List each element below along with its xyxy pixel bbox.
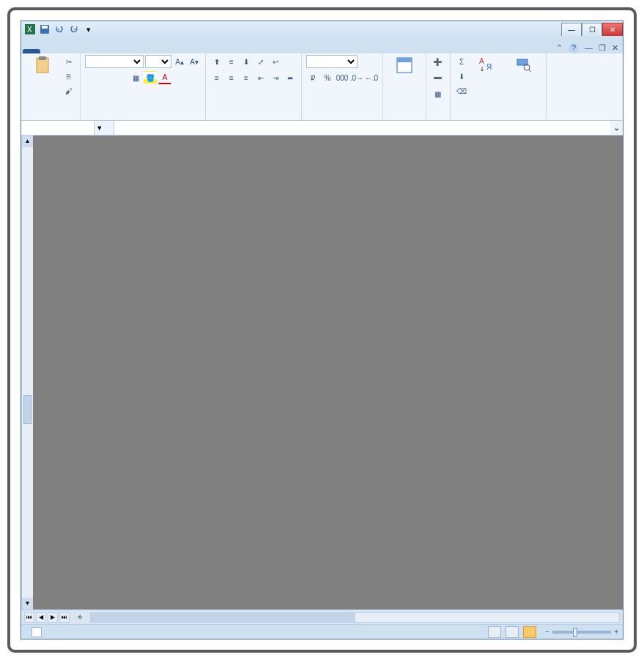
autosum-icon[interactable]: Σ: [455, 55, 468, 68]
format-painter-icon[interactable]: 🖌: [62, 84, 75, 97]
minimize-button[interactable]: —: [561, 23, 582, 36]
align-top-icon[interactable]: ⬆: [210, 55, 223, 68]
namebox-dropdown-icon[interactable]: ▾: [95, 123, 105, 133]
merge-icon[interactable]: ⬌: [284, 71, 297, 84]
align-center-icon[interactable]: ≡: [225, 71, 238, 84]
close-button[interactable]: ✕: [602, 23, 623, 36]
excel-icon: X: [24, 23, 36, 35]
sort-filter-button[interactable]: АЯ: [471, 55, 505, 77]
decrease-indent-icon[interactable]: ⇤: [254, 71, 267, 84]
formula-bar: ▾ ⌄: [21, 121, 623, 136]
styles-button[interactable]: [388, 55, 421, 77]
align-bottom-icon[interactable]: ⬇: [240, 55, 253, 68]
cells-format-button[interactable]: ▦: [431, 87, 445, 100]
svg-rect-7: [397, 58, 412, 62]
font-size-select[interactable]: [145, 55, 171, 68]
redo-icon[interactable]: [68, 23, 80, 35]
italic-button[interactable]: [100, 71, 113, 84]
cut-icon[interactable]: ✂: [62, 55, 75, 68]
svg-rect-5: [39, 56, 46, 60]
ribbon-minimize-icon[interactable]: ⌃: [556, 43, 563, 53]
zoom-in-button[interactable]: +: [614, 628, 618, 636]
status-bar: − +: [21, 624, 623, 639]
name-box[interactable]: [21, 121, 95, 135]
zoom-out-button[interactable]: −: [545, 628, 549, 636]
qat-customize-icon[interactable]: ▾: [83, 23, 95, 35]
new-sheet-icon[interactable]: ✧: [73, 613, 87, 621]
increase-indent-icon[interactable]: ⇥: [269, 71, 282, 84]
help-icon[interactable]: ?: [569, 43, 579, 53]
sheet-nav-last-icon[interactable]: ⏭: [59, 612, 70, 623]
align-right-icon[interactable]: ≡: [240, 71, 253, 84]
decrease-font-icon[interactable]: A▾: [188, 55, 201, 68]
save-icon[interactable]: [39, 23, 51, 35]
view-normal-button[interactable]: [488, 626, 501, 638]
underline-button[interactable]: [114, 71, 127, 84]
svg-text:А: А: [479, 57, 484, 65]
doc-restore-icon[interactable]: ❐: [599, 43, 606, 53]
doc-minimize-icon[interactable]: —: [585, 43, 593, 53]
orientation-icon[interactable]: ⤢: [254, 55, 267, 68]
formula-input[interactable]: [114, 121, 610, 135]
zoom-slider[interactable]: [552, 631, 611, 634]
sheet-nav-first-icon[interactable]: ⏮: [24, 612, 34, 623]
macro-record-icon[interactable]: [32, 627, 42, 637]
cells-delete-button[interactable]: ➖: [431, 71, 445, 84]
maximize-button[interactable]: ☐: [582, 23, 602, 36]
wrap-text-icon[interactable]: ↩: [269, 55, 282, 68]
scroll-up-icon[interactable]: ▲: [22, 136, 33, 147]
sheet-tab-bar: ⏮ ◀ ▶ ⏭ ✧: [21, 609, 623, 624]
svg-text:X: X: [27, 26, 32, 34]
align-middle-icon[interactable]: ≡: [225, 55, 238, 68]
clear-icon[interactable]: ⌫: [455, 84, 468, 97]
increase-decimal-icon[interactable]: .0→: [350, 71, 363, 84]
align-left-icon[interactable]: ≡: [210, 71, 223, 84]
decrease-decimal-icon[interactable]: ←.0: [365, 71, 378, 84]
paste-button[interactable]: [26, 55, 59, 77]
number-format-select[interactable]: [306, 55, 358, 68]
font-name-select[interactable]: [85, 55, 144, 68]
undo-icon[interactable]: [53, 23, 65, 35]
copy-icon[interactable]: ⎘: [62, 70, 75, 83]
percent-icon[interactable]: %: [321, 71, 334, 84]
view-pagebreak-button[interactable]: [523, 626, 536, 638]
svg-line-12: [529, 70, 531, 72]
titlebar: X ▾ — ☐ ✕: [21, 21, 623, 37]
formula-expand-icon[interactable]: ⌄: [610, 123, 623, 133]
cells-insert-button[interactable]: ➕: [431, 55, 445, 68]
doc-close-icon[interactable]: ✕: [612, 43, 618, 53]
sheet-nav-next-icon[interactable]: ▶: [48, 612, 58, 623]
font-color-icon[interactable]: A: [158, 71, 171, 84]
fill-icon[interactable]: ⬇: [455, 70, 468, 83]
horizontal-scrollbar[interactable]: [90, 612, 620, 623]
svg-rect-3: [42, 26, 48, 29]
bold-button[interactable]: [85, 71, 98, 84]
scroll-down-icon[interactable]: ▼: [22, 598, 33, 609]
ribbon-tabs: ⌃ ? — ❐ ✕: [21, 37, 623, 53]
vertical-scrollbar[interactable]: ▲ ▼: [21, 136, 33, 609]
border-icon[interactable]: ▦: [129, 71, 142, 84]
fill-color-icon[interactable]: 🪣: [144, 71, 157, 84]
view-layout-button[interactable]: [506, 626, 519, 638]
increase-font-icon[interactable]: A▴: [173, 55, 186, 68]
find-select-button[interactable]: [508, 55, 541, 77]
ribbon: ✂ ⎘ 🖌 A▴ A▾ ▦ 🪣: [21, 53, 623, 121]
currency-icon[interactable]: ₽: [306, 71, 319, 84]
scroll-thumb[interactable]: [23, 395, 32, 424]
svg-text:Я: Я: [486, 63, 492, 71]
sheet-nav-prev-icon[interactable]: ◀: [36, 612, 46, 623]
comma-icon[interactable]: 000: [336, 71, 349, 84]
